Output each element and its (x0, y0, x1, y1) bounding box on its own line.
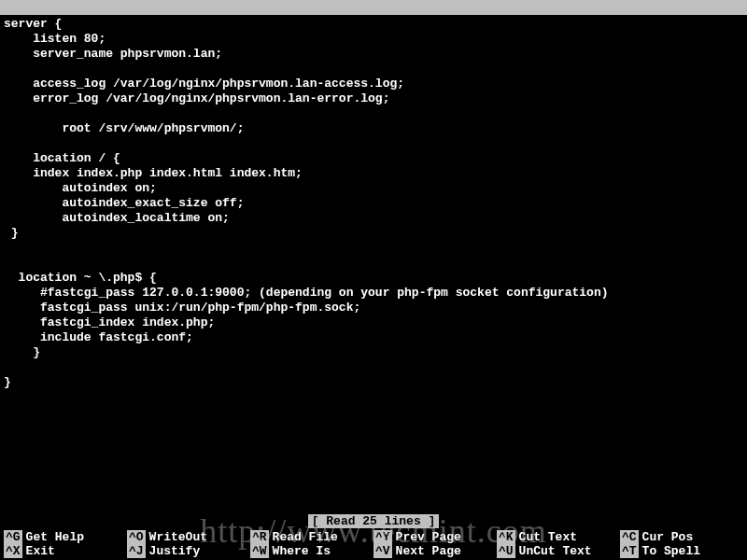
help-label: Exit (26, 544, 55, 558)
help-key: ^G (4, 530, 22, 544)
help-label: Read File (273, 530, 338, 544)
help-justify[interactable]: ^J Justify (127, 544, 250, 558)
editor-content[interactable]: server { listen 80; server_name phpsrvmo… (0, 15, 747, 392)
help-prev-page[interactable]: ^Y Prev Page (374, 530, 497, 544)
status-message: [ Read 25 lines ] (308, 514, 440, 528)
help-key: ^O (127, 530, 146, 544)
help-label: Next Page (396, 544, 461, 558)
help-label: Prev Page (396, 530, 461, 544)
help-key: ^X (4, 544, 22, 558)
help-uncut-text[interactable]: ^U UnCut Text (497, 544, 620, 558)
help-label: To Spell (642, 544, 700, 558)
help-cut-text[interactable]: ^K Cut Text (497, 530, 620, 544)
help-writeout[interactable]: ^O WriteOut (127, 530, 250, 544)
help-to-spell[interactable]: ^T To Spell (620, 544, 743, 558)
titlebar: GNU nano 2.2.6 File: /etc/nginx/sites-av… (0, 0, 747, 15)
help-key: ^V (374, 544, 392, 558)
help-key: ^K (497, 530, 515, 544)
help-key: ^R (250, 530, 269, 544)
help-label: WriteOut (149, 530, 207, 544)
help-key: ^Y (374, 530, 392, 544)
help-where-is[interactable]: ^W Where Is (250, 544, 374, 558)
file-path: File: /etc/nginx/sites-available/phpsrvm… (215, 15, 557, 29)
help-get-help[interactable]: ^G Get Help (4, 530, 127, 544)
help-cur-pos[interactable]: ^C Cur Pos (620, 530, 743, 544)
help-label: Get Help (26, 530, 84, 544)
statusbar: [ Read 25 lines ] (0, 514, 747, 528)
help-label: Justify (149, 544, 201, 558)
help-label: UnCut Text (519, 544, 592, 558)
help-label: Cur Pos (642, 530, 694, 544)
help-key: ^J (127, 544, 146, 558)
help-key: ^W (250, 544, 269, 558)
help-next-page[interactable]: ^V Next Page (374, 544, 497, 558)
help-key: ^U (497, 544, 515, 558)
help-label: Where Is (273, 544, 331, 558)
help-key: ^T (620, 544, 639, 558)
help-label: Cut Text (519, 530, 577, 544)
helpbar: ^G Get Help ^O WriteOut ^R Read File ^Y … (0, 530, 747, 560)
help-read-file[interactable]: ^R Read File (250, 530, 374, 544)
help-key: ^C (620, 530, 639, 544)
help-exit[interactable]: ^X Exit (4, 544, 127, 558)
